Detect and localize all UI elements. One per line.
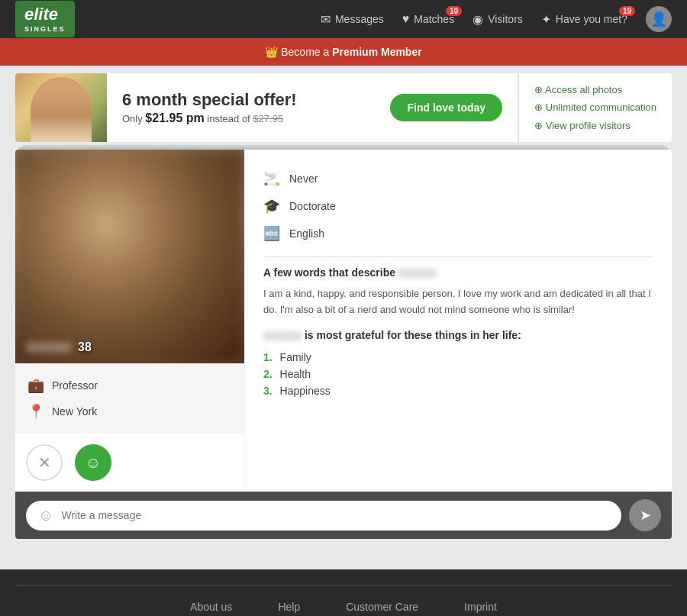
- occupation-row: 💼 Professor: [27, 373, 232, 398]
- have-you-met-badge: 19: [619, 6, 635, 16]
- find-love-button[interactable]: Find love today: [390, 94, 502, 121]
- main-area: 38 💼 Professor 📍 New York: [15, 150, 672, 539]
- divider-1: [263, 256, 653, 257]
- have-you-met-icon: ✦: [541, 12, 551, 27]
- grateful-list: 1. Family 2. Health 3. Happiness: [263, 349, 653, 399]
- location-icon: 📍: [27, 403, 44, 420]
- name-blur-describe: [398, 269, 437, 278]
- smoking-icon: 🚬: [263, 170, 280, 187]
- message-bar: ☺ ➤: [15, 492, 672, 539]
- ad-title: 6 month special offer!: [122, 90, 360, 110]
- location-row: 📍 New York: [27, 398, 232, 424]
- message-input[interactable]: [61, 509, 609, 521]
- message-input-wrap: ☺: [26, 501, 621, 531]
- footer-customer-care[interactable]: Customer Care: [346, 601, 418, 613]
- education-row: 🎓 Doctorate: [263, 192, 653, 220]
- language-label: English: [289, 227, 324, 240]
- describe-title: A few words that describe: [263, 266, 653, 279]
- profile-left: 38 💼 Professor 📍 New York: [15, 150, 244, 492]
- header: elite SINGLES ✉ Messages ♥ Matches 10 ◉ …: [0, 0, 687, 38]
- nav-visitors[interactable]: ◉ Visitors: [473, 12, 523, 27]
- reject-icon: ✕: [38, 453, 51, 472]
- smoking-row: 🚬 Never: [263, 165, 653, 192]
- feature-1: Access all photos: [534, 81, 656, 98]
- main-nav: ✉ Messages ♥ Matches 10 ◉ Visitors ✦ Hav…: [321, 6, 672, 32]
- photo-blur: [15, 150, 244, 363]
- profile-card: 38 💼 Professor 📍 New York: [15, 150, 672, 539]
- premium-link[interactable]: Premium Member: [332, 46, 421, 58]
- photo-overlay: 38: [26, 340, 92, 354]
- education-label: Doctorate: [289, 200, 336, 212]
- name-blur-grateful: [263, 331, 302, 340]
- send-icon: ➤: [640, 507, 651, 524]
- messages-icon: ✉: [321, 12, 331, 27]
- matches-icon: ♥: [402, 12, 410, 26]
- bio-text: I am a kind, happy, and responsible pers…: [263, 286, 653, 318]
- footer-links: About us Help Customer Care Imprint: [15, 601, 672, 613]
- premium-banner: 👑 Become a Premium Member: [0, 38, 687, 66]
- feature-2: Unlimited communication: [534, 98, 656, 116]
- smoking-label: Never: [289, 173, 318, 185]
- card-body: 38 💼 Professor 📍 New York: [15, 150, 672, 492]
- card-stack: 38 💼 Professor 📍 New York: [15, 150, 672, 539]
- footer-help[interactable]: Help: [278, 601, 300, 613]
- briefcase-icon: 💼: [27, 377, 44, 394]
- occupation-label: Professor: [52, 379, 98, 392]
- ad-banner: 6 month special offer! Only $21.95 pm in…: [15, 73, 672, 142]
- list-item-3: 3. Happiness: [263, 382, 653, 399]
- nav-have-you-met[interactable]: ✦ Have you met? 19: [541, 12, 627, 27]
- list-item-1: 1. Family: [263, 349, 653, 366]
- profile-right: 🚬 Never 🎓 Doctorate 🔤 English A few word…: [244, 150, 672, 492]
- nav-messages[interactable]: ✉ Messages: [321, 12, 384, 27]
- reject-button[interactable]: ✕: [26, 444, 63, 481]
- logo[interactable]: elite SINGLES: [15, 1, 75, 37]
- send-button[interactable]: ➤: [629, 499, 661, 531]
- footer-divider: [15, 585, 672, 585]
- user-avatar[interactable]: 👤: [646, 6, 672, 32]
- emoji-icon[interactable]: ☺: [38, 507, 53, 524]
- language-icon: 🔤: [263, 225, 280, 242]
- action-bar: ✕ ☺: [15, 434, 244, 492]
- like-button[interactable]: ☺: [75, 444, 111, 481]
- footer: About us Help Customer Care Imprint: [0, 569, 687, 616]
- profile-info: 💼 Professor 📍 New York: [15, 363, 244, 434]
- ad-content: 6 month special offer! Only $21.95 pm in…: [107, 82, 375, 133]
- list-item-2: 2. Health: [263, 366, 653, 382]
- nav-matches[interactable]: ♥ Matches 10: [402, 12, 454, 26]
- ad-person-shape: [31, 77, 92, 142]
- like-icon: ☺: [85, 454, 101, 472]
- visitors-icon: ◉: [473, 12, 483, 27]
- education-icon: 🎓: [263, 198, 280, 214]
- profile-age: 38: [78, 340, 92, 354]
- grateful-title: is most grateful for these things in her…: [263, 329, 653, 341]
- footer-imprint[interactable]: Imprint: [464, 601, 497, 613]
- profile-photo: 38: [15, 150, 244, 363]
- ad-price: Only $21.95 pm instead of $27.95: [122, 111, 360, 125]
- ad-features: Access all photos Unlimited communicatio…: [518, 73, 672, 142]
- language-row: 🔤 English: [263, 220, 653, 247]
- location-label: New York: [52, 405, 97, 418]
- crown-icon: 👑: [265, 46, 281, 58]
- name-blur: [26, 342, 72, 353]
- feature-3: View profile visitors: [534, 117, 656, 134]
- matches-badge: 10: [446, 6, 462, 16]
- footer-about[interactable]: About us: [190, 601, 232, 613]
- ad-photo: [15, 73, 107, 142]
